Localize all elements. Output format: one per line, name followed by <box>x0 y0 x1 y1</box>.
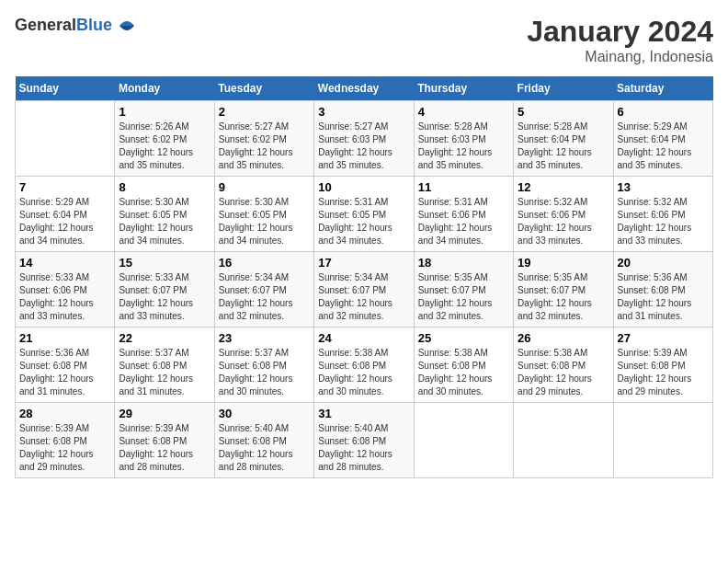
calendar-cell: 14Sunrise: 5:33 AMSunset: 6:06 PMDayligh… <box>16 252 115 327</box>
day-number: 10 <box>318 180 409 194</box>
calendar-cell: 4Sunrise: 5:28 AMSunset: 6:03 PMDaylight… <box>414 101 513 177</box>
day-info: Sunrise: 5:36 AMSunset: 6:08 PMDaylight:… <box>618 271 709 323</box>
calendar-cell: 1Sunrise: 5:26 AMSunset: 6:02 PMDaylight… <box>115 101 214 177</box>
day-number: 22 <box>119 331 210 345</box>
day-number: 9 <box>219 180 310 194</box>
day-info: Sunrise: 5:27 AMSunset: 6:03 PMDaylight:… <box>318 121 409 172</box>
day-number: 29 <box>119 407 210 420</box>
calendar-week-row: 1Sunrise: 5:26 AMSunset: 6:02 PMDaylight… <box>16 101 713 177</box>
day-info: Sunrise: 5:29 AMSunset: 6:04 PMDaylight:… <box>618 121 709 172</box>
calendar-cell: 12Sunrise: 5:32 AMSunset: 6:06 PMDayligh… <box>514 177 613 252</box>
day-number: 24 <box>318 331 409 345</box>
calendar-cell <box>613 403 712 478</box>
calendar-week-row: 7Sunrise: 5:29 AMSunset: 6:04 PMDaylight… <box>16 177 713 252</box>
logo-general: General <box>15 16 76 34</box>
day-info: Sunrise: 5:32 AMSunset: 6:06 PMDaylight:… <box>518 196 609 247</box>
title-block: January 2024 Mainang, Indonesia <box>527 15 713 65</box>
calendar-cell: 15Sunrise: 5:33 AMSunset: 6:07 PMDayligh… <box>115 252 214 327</box>
calendar-cell: 27Sunrise: 5:39 AMSunset: 6:08 PMDayligh… <box>613 327 712 403</box>
day-info: Sunrise: 5:38 AMSunset: 6:08 PMDaylight:… <box>318 347 409 398</box>
day-number: 21 <box>19 331 110 345</box>
day-number: 1 <box>119 105 210 119</box>
header-friday: Friday <box>514 76 613 101</box>
calendar-cell: 18Sunrise: 5:35 AMSunset: 6:07 PMDayligh… <box>414 252 513 327</box>
day-number: 15 <box>119 256 210 270</box>
day-info: Sunrise: 5:40 AMSunset: 6:08 PMDaylight:… <box>219 422 310 474</box>
day-number: 6 <box>618 105 709 119</box>
calendar-cell: 19Sunrise: 5:35 AMSunset: 6:07 PMDayligh… <box>514 252 613 327</box>
day-number: 28 <box>19 407 110 420</box>
day-info: Sunrise: 5:39 AMSunset: 6:08 PMDaylight:… <box>19 422 110 474</box>
day-info: Sunrise: 5:39 AMSunset: 6:08 PMDaylight:… <box>119 422 210 474</box>
logo: GeneralBlue <box>15 15 138 37</box>
day-number: 19 <box>518 256 609 270</box>
logo-blue: Blue <box>76 16 112 34</box>
day-number: 7 <box>19 180 110 194</box>
day-number: 18 <box>418 256 509 270</box>
day-number: 13 <box>618 180 709 194</box>
calendar-cell: 8Sunrise: 5:30 AMSunset: 6:05 PMDaylight… <box>115 177 214 252</box>
calendar-cell: 7Sunrise: 5:29 AMSunset: 6:04 PMDaylight… <box>16 177 115 252</box>
calendar-cell <box>16 101 115 177</box>
calendar-cell: 30Sunrise: 5:40 AMSunset: 6:08 PMDayligh… <box>214 403 313 478</box>
day-info: Sunrise: 5:33 AMSunset: 6:06 PMDaylight:… <box>19 271 110 323</box>
calendar-cell: 31Sunrise: 5:40 AMSunset: 6:08 PMDayligh… <box>314 403 414 478</box>
calendar-cell: 17Sunrise: 5:34 AMSunset: 6:07 PMDayligh… <box>314 252 414 327</box>
day-info: Sunrise: 5:39 AMSunset: 6:08 PMDaylight:… <box>618 347 709 398</box>
calendar-week-row: 28Sunrise: 5:39 AMSunset: 6:08 PMDayligh… <box>16 403 713 478</box>
calendar-cell: 24Sunrise: 5:38 AMSunset: 6:08 PMDayligh… <box>314 327 414 403</box>
header-saturday: Saturday <box>613 76 712 101</box>
day-number: 11 <box>418 180 509 194</box>
day-number: 2 <box>219 105 310 119</box>
day-info: Sunrise: 5:38 AMSunset: 6:08 PMDaylight:… <box>418 347 509 398</box>
calendar-cell: 6Sunrise: 5:29 AMSunset: 6:04 PMDaylight… <box>613 101 712 177</box>
day-info: Sunrise: 5:38 AMSunset: 6:08 PMDaylight:… <box>518 347 609 398</box>
header-sunday: Sunday <box>16 76 115 101</box>
calendar-cell: 25Sunrise: 5:38 AMSunset: 6:08 PMDayligh… <box>414 327 513 403</box>
calendar-cell: 3Sunrise: 5:27 AMSunset: 6:03 PMDaylight… <box>314 101 414 177</box>
day-number: 25 <box>418 331 509 345</box>
day-info: Sunrise: 5:32 AMSunset: 6:06 PMDaylight:… <box>618 196 709 247</box>
day-number: 14 <box>19 256 110 270</box>
calendar-cell: 20Sunrise: 5:36 AMSunset: 6:08 PMDayligh… <box>613 252 712 327</box>
day-number: 12 <box>518 180 609 194</box>
calendar-header-row: SundayMondayTuesdayWednesdayThursdayFrid… <box>16 76 713 101</box>
day-info: Sunrise: 5:33 AMSunset: 6:07 PMDaylight:… <box>119 271 210 323</box>
calendar-cell: 28Sunrise: 5:39 AMSunset: 6:08 PMDayligh… <box>16 403 115 478</box>
calendar-cell: 26Sunrise: 5:38 AMSunset: 6:08 PMDayligh… <box>514 327 613 403</box>
day-number: 23 <box>219 331 310 345</box>
header-monday: Monday <box>115 76 214 101</box>
day-info: Sunrise: 5:27 AMSunset: 6:02 PMDaylight:… <box>219 121 310 172</box>
page-subtitle: Mainang, Indonesia <box>527 49 713 65</box>
day-info: Sunrise: 5:35 AMSunset: 6:07 PMDaylight:… <box>418 271 509 323</box>
header-wednesday: Wednesday <box>314 76 414 101</box>
calendar-cell <box>514 403 613 478</box>
day-info: Sunrise: 5:36 AMSunset: 6:08 PMDaylight:… <box>19 347 110 398</box>
header-tuesday: Tuesday <box>214 76 313 101</box>
day-number: 20 <box>618 256 709 270</box>
day-info: Sunrise: 5:28 AMSunset: 6:04 PMDaylight:… <box>518 121 609 172</box>
calendar-cell <box>414 403 513 478</box>
day-number: 8 <box>119 180 210 194</box>
day-info: Sunrise: 5:37 AMSunset: 6:08 PMDaylight:… <box>119 347 210 398</box>
calendar-week-row: 21Sunrise: 5:36 AMSunset: 6:08 PMDayligh… <box>16 327 713 403</box>
calendar-cell: 13Sunrise: 5:32 AMSunset: 6:06 PMDayligh… <box>613 177 712 252</box>
header-thursday: Thursday <box>414 76 513 101</box>
logo-icon <box>116 15 138 37</box>
day-number: 4 <box>418 105 509 119</box>
day-info: Sunrise: 5:37 AMSunset: 6:08 PMDaylight:… <box>219 347 310 398</box>
page-header: GeneralBlue January 2024 Mainang, Indone… <box>15 15 713 65</box>
day-number: 27 <box>618 331 709 345</box>
calendar-cell: 23Sunrise: 5:37 AMSunset: 6:08 PMDayligh… <box>214 327 313 403</box>
calendar-cell: 10Sunrise: 5:31 AMSunset: 6:05 PMDayligh… <box>314 177 414 252</box>
calendar-cell: 22Sunrise: 5:37 AMSunset: 6:08 PMDayligh… <box>115 327 214 403</box>
day-info: Sunrise: 5:40 AMSunset: 6:08 PMDaylight:… <box>318 422 409 474</box>
day-info: Sunrise: 5:30 AMSunset: 6:05 PMDaylight:… <box>119 196 210 247</box>
page-title: January 2024 <box>527 15 713 49</box>
day-number: 5 <box>518 105 609 119</box>
calendar-cell: 2Sunrise: 5:27 AMSunset: 6:02 PMDaylight… <box>214 101 313 177</box>
day-number: 31 <box>318 407 409 420</box>
day-number: 3 <box>318 105 409 119</box>
day-info: Sunrise: 5:31 AMSunset: 6:06 PMDaylight:… <box>418 196 509 247</box>
day-info: Sunrise: 5:35 AMSunset: 6:07 PMDaylight:… <box>518 271 609 323</box>
